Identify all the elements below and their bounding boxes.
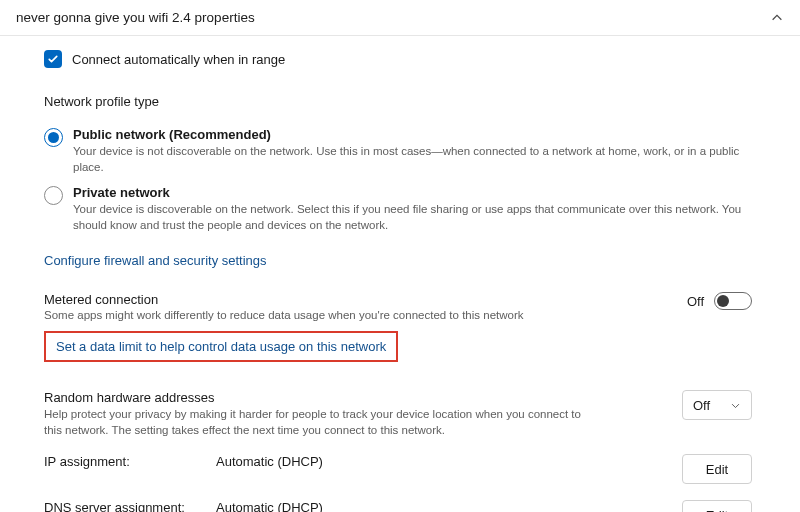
- profile-public-radio[interactable]: [44, 128, 63, 147]
- ip-row: IP assignment: Automatic (DHCP) Edit: [44, 446, 756, 492]
- profile-radio-group: Public network (Recommended) Your device…: [44, 127, 756, 233]
- connect-auto-row: Connect automatically when in range: [44, 50, 756, 68]
- connect-auto-checkbox[interactable]: [44, 50, 62, 68]
- connect-auto-label: Connect automatically when in range: [72, 52, 285, 67]
- profile-private-desc: Your device is discoverable on the netwo…: [73, 202, 756, 233]
- random-hw-select[interactable]: Off: [682, 390, 752, 420]
- data-limit-link[interactable]: Set a data limit to help control data us…: [56, 339, 386, 354]
- random-hw-desc: Help protect your privacy by making it h…: [44, 407, 584, 438]
- profile-section-title: Network profile type: [44, 94, 756, 109]
- random-hw-row: Random hardware addresses Help protect y…: [44, 382, 756, 446]
- properties-body: Connect automatically when in range Netw…: [0, 36, 800, 512]
- profile-public-item: Public network (Recommended) Your device…: [44, 127, 756, 175]
- ip-edit-button[interactable]: Edit: [682, 454, 752, 484]
- ip-label: IP assignment:: [44, 454, 214, 469]
- data-limit-highlight: Set a data limit to help control data us…: [44, 331, 398, 362]
- properties-title: never gonna give you wifi 2.4 properties: [16, 10, 255, 25]
- properties-header[interactable]: never gonna give you wifi 2.4 properties: [0, 0, 800, 36]
- metered-toggle-text: Off: [687, 294, 704, 309]
- dns-label: DNS server assignment:: [44, 500, 214, 512]
- profile-private-label: Private network: [73, 185, 756, 200]
- metered-toggle[interactable]: [714, 292, 752, 310]
- metered-row: Metered connection Some apps might work …: [44, 292, 756, 321]
- metered-title: Metered connection: [44, 292, 524, 307]
- profile-private-radio[interactable]: [44, 186, 63, 205]
- chevron-up-icon: [770, 11, 784, 25]
- ip-value: Automatic (DHCP): [214, 454, 682, 469]
- metered-desc: Some apps might work differently to redu…: [44, 309, 524, 321]
- profile-public-label: Public network (Recommended): [73, 127, 756, 142]
- metered-toggle-wrap: Off: [687, 292, 752, 310]
- random-hw-title: Random hardware addresses: [44, 390, 682, 405]
- profile-public-desc: Your device is not discoverable on the n…: [73, 144, 756, 175]
- dns-edit-button[interactable]: Edit: [682, 500, 752, 512]
- dns-value: Automatic (DHCP): [214, 500, 682, 512]
- profile-private-item: Private network Your device is discovera…: [44, 185, 756, 233]
- random-hw-value: Off: [693, 398, 710, 413]
- dns-row: DNS server assignment: Automatic (DHCP) …: [44, 492, 756, 512]
- configure-firewall-link[interactable]: Configure firewall and security settings: [44, 253, 267, 268]
